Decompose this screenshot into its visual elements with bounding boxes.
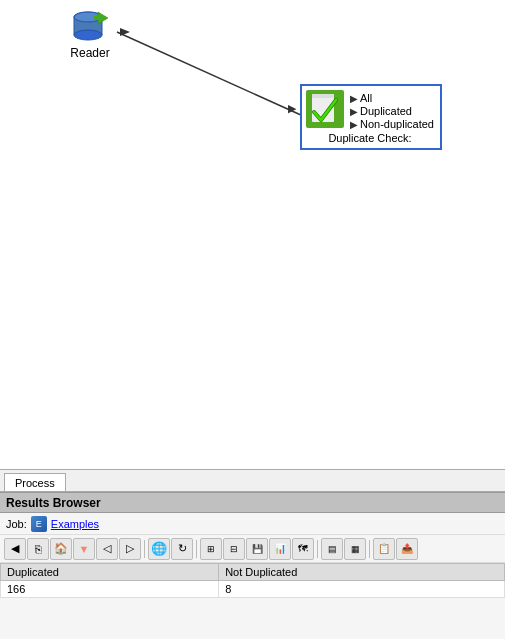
back-btn[interactable]: ◀	[4, 538, 26, 560]
map-btn[interactable]: 🗺	[292, 538, 314, 560]
svg-rect-11	[312, 94, 334, 98]
sep4	[369, 540, 370, 558]
job-label: Job:	[6, 518, 27, 530]
output-non-duplicated: Non-duplicated	[360, 118, 434, 130]
dup-check-icon	[306, 90, 344, 128]
data-table-container: Duplicated Not Duplicated 166 8	[0, 563, 505, 598]
svg-point-5	[74, 30, 102, 40]
job-bar: Job: E Examples	[0, 513, 505, 535]
output-all: All	[360, 92, 372, 104]
col-duplicated: Duplicated	[1, 564, 219, 581]
sep2	[196, 540, 197, 558]
reader-label: Reader	[70, 46, 109, 60]
layout2-btn[interactable]: ⊟	[223, 538, 245, 560]
tableview1-btn[interactable]: ▤	[321, 538, 343, 560]
col-not-duplicated: Not Duplicated	[219, 564, 505, 581]
svg-line-0	[117, 32, 312, 120]
tab-process[interactable]: Process	[4, 473, 66, 491]
table-row: 166 8	[1, 581, 505, 598]
export1-btn[interactable]: 📋	[373, 538, 395, 560]
chart-btn[interactable]: 📊	[269, 538, 291, 560]
svg-marker-1	[120, 28, 130, 36]
home-btn[interactable]: 🏠	[50, 538, 72, 560]
sep1	[144, 540, 145, 558]
tableview2-btn[interactable]: ▦	[344, 538, 366, 560]
val-duplicated: 166	[1, 581, 219, 598]
reader-node[interactable]: Reader	[60, 10, 120, 60]
next-btn[interactable]: ▷	[119, 538, 141, 560]
copy-btn[interactable]: ⎘	[27, 538, 49, 560]
dup-check-label: Duplicate Check:	[306, 132, 434, 144]
web-btn[interactable]: 🌐	[148, 538, 170, 560]
reader-icon	[70, 10, 110, 46]
results-browser: Results Browser Job: E Examples ◀ ⎘ 🏠 ▼ …	[0, 492, 505, 639]
output-duplicated: Duplicated	[360, 105, 412, 117]
layout1-btn[interactable]: ⊞	[200, 538, 222, 560]
results-table: Duplicated Not Duplicated 166 8	[0, 563, 505, 598]
connection-lines	[0, 0, 505, 469]
dup-check-node[interactable]: ▶ ▶ All ▶ Duplicated	[300, 84, 442, 150]
results-toolbar: ◀ ⎘ 🏠 ▼ ◁ ▷ 🌐 ↻ ⊞ ⊟ 💾 📊 🗺 ▤ ▦ 📋 📤	[0, 535, 505, 563]
tab-bar: Process	[0, 470, 505, 492]
refresh-btn[interactable]: ↻	[171, 538, 193, 560]
job-icon: E	[31, 516, 47, 532]
results-browser-header: Results Browser	[0, 493, 505, 513]
svg-rect-8	[94, 16, 100, 20]
canvas-area: Reader ▶ ▶ All ▶ D	[0, 0, 505, 470]
save-btn[interactable]: 💾	[246, 538, 268, 560]
prev-btn[interactable]: ◁	[96, 538, 118, 560]
job-name[interactable]: Examples	[51, 518, 99, 530]
sep3	[317, 540, 318, 558]
export2-btn[interactable]: 📤	[396, 538, 418, 560]
filter-btn[interactable]: ▼	[73, 538, 95, 560]
val-not-duplicated: 8	[219, 581, 505, 598]
dup-check-outputs: ▶ All ▶ Duplicated ▶ Non-duplicated	[350, 92, 434, 130]
